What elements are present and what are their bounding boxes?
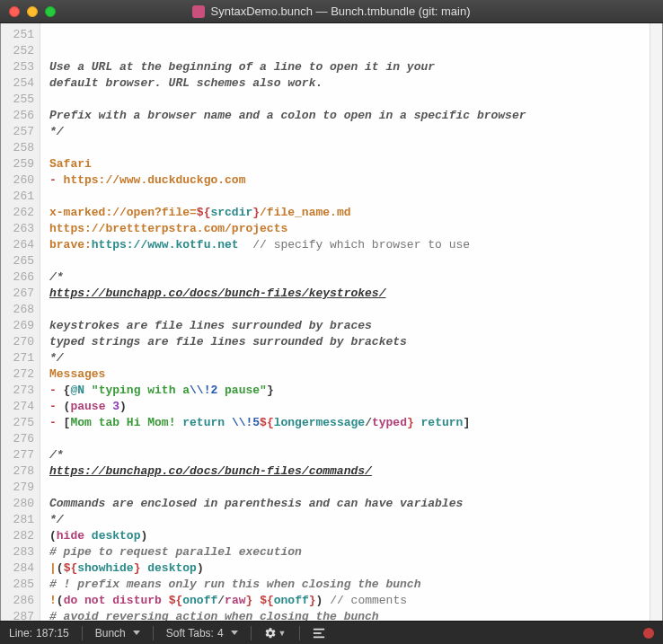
- symbols-icon: [313, 627, 325, 640]
- divider: [299, 626, 300, 640]
- code-view[interactable]: Use a URL at the beginning of a line to …: [40, 23, 662, 621]
- divider: [251, 626, 252, 640]
- language-label: Bunch: [95, 627, 126, 640]
- softtabs-label: Soft Tabs:: [166, 627, 214, 640]
- status-bar: Line: 187:15 Bunch Soft Tabs: 4 ▼: [0, 621, 663, 644]
- close-button[interactable]: [9, 6, 20, 17]
- line-label: Line:: [9, 627, 32, 640]
- code-line: Use a URL at the beginning of a line to …: [49, 60, 526, 621]
- language-selector[interactable]: Bunch: [95, 627, 140, 640]
- record-indicator[interactable]: [643, 628, 654, 639]
- window-title: SyntaxDemo.bunch — Bunch.tmbundle (git: …: [210, 4, 470, 18]
- divider: [153, 626, 154, 640]
- window-controls: [0, 6, 56, 17]
- symbols-button[interactable]: [313, 627, 325, 640]
- app-icon: [192, 5, 205, 18]
- soft-tabs-selector[interactable]: Soft Tabs: 4: [166, 627, 238, 640]
- line-value: 187:15: [36, 627, 69, 640]
- settings-button[interactable]: ▼: [264, 627, 287, 640]
- titlebar: SyntaxDemo.bunch — Bunch.tmbundle (git: …: [0, 0, 663, 23]
- softtabs-value: 4: [217, 627, 224, 640]
- line-number-gutter: 251 252 253 254 255 256 257 258 259 260 …: [1, 23, 40, 621]
- svg-rect-2: [313, 636, 323, 638]
- chevron-down-icon: ▼: [278, 629, 287, 638]
- editor-area: 251 252 253 254 255 256 257 258 259 260 …: [0, 23, 663, 621]
- vertical-scrollbar[interactable]: [650, 23, 662, 621]
- divider: [82, 626, 83, 640]
- svg-rect-0: [313, 628, 323, 630]
- minimize-button[interactable]: [27, 6, 38, 17]
- maximize-button[interactable]: [45, 6, 56, 17]
- svg-rect-1: [313, 632, 321, 634]
- window-title-wrapper: SyntaxDemo.bunch — Bunch.tmbundle (git: …: [0, 4, 663, 18]
- status-line-indicator[interactable]: Line: 187:15: [9, 627, 69, 640]
- gear-icon: [264, 627, 277, 640]
